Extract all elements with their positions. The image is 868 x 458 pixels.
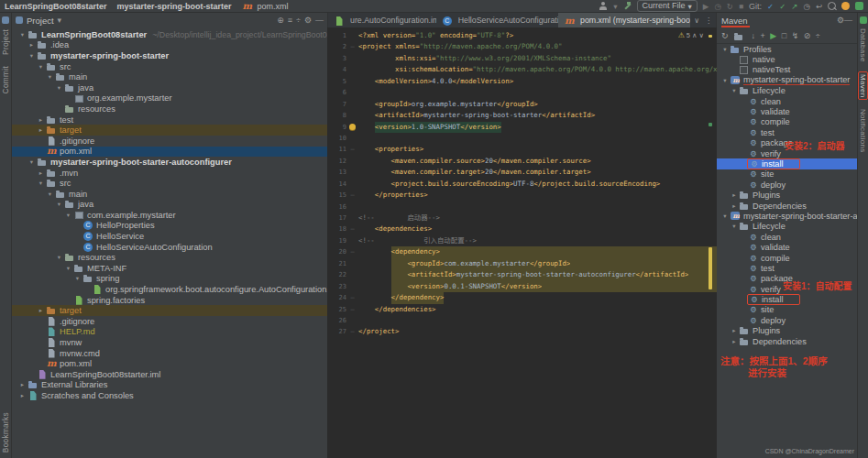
code-line[interactable]: 3 xmlns:xsi="http://www.w3.org/2001/XMLS… (328, 53, 717, 64)
intention-bulb-icon[interactable] (349, 124, 356, 130)
tree-item-mystarter-spring-boot-starter-autoconfigurer[interactable]: ▾mystarter-spring-boot-starter-autoconfi… (12, 157, 327, 168)
tree-item-helloserviceautoconfiguration[interactable]: HelloServiceAutoConfiguration (12, 242, 327, 253)
profiler-icon[interactable]: ◷ (714, 2, 720, 11)
maven-item-mystarter-spring-boot-starter-goal-install[interactable]: ⚙install (717, 158, 857, 169)
tree-chevron-icon[interactable]: ▾ (720, 46, 730, 53)
tree-item-help-md[interactable]: HELP.md (12, 327, 327, 338)
tree-item-resources[interactable]: resources (12, 104, 327, 114)
tree-chevron-icon[interactable]: ▸ (36, 307, 46, 314)
gear-icon[interactable]: ⚙ (304, 16, 312, 25)
tree-chevron-icon[interactable]: ▸ (36, 169, 46, 177)
tree-item-mystarter-spring-boot-starter[interactable]: ▾mystarter-spring-boot-starter (12, 50, 327, 61)
tree-item-pom-xml[interactable]: pom.xml (12, 147, 327, 158)
tree-item-test[interactable]: ▸test (12, 114, 327, 125)
user-icon[interactable] (599, 2, 608, 10)
tree-item-src[interactable]: ▾src (12, 61, 327, 72)
maven-item-profiles[interactable]: ▾Profiles (717, 44, 857, 54)
tree-item-spring[interactable]: ▾spring (12, 274, 327, 285)
code-line[interactable]: 20– <dependency> (328, 246, 717, 257)
code-line[interactable]: 1<?xml version="1.0" encoding="UTF-8"?> (328, 30, 717, 41)
code-line[interactable]: 13 <maven.compiler.target>20</maven.comp… (328, 167, 717, 178)
fold-indicator[interactable]: – (346, 190, 358, 201)
rollback-icon[interactable]: ↩ (816, 2, 822, 11)
tree-item-external-libraries[interactable]: ▸External Libraries (12, 380, 327, 391)
maven-item-mystarter-spring-boot-starter-autoconfigurer-goal-compile[interactable]: ⚙compile (717, 253, 857, 263)
tree-item-mvn[interactable]: ▸.mvn (12, 168, 327, 179)
maven-item-mystarter-spring-boot-starter[interactable]: ▾mystarter-spring-boot-starter (717, 75, 857, 85)
tree-item-mvnw-cmd[interactable]: mvnw.cmd (12, 348, 327, 359)
project-panel-title[interactable]: Project (27, 16, 54, 26)
code-line[interactable]: 10 (328, 133, 717, 144)
code-line[interactable]: 22 <artifactId>mystarter-spring-boot-sta… (328, 269, 717, 280)
maven-item-mystarter-spring-boot-starter-goal-compile[interactable]: ⚙compile (717, 117, 857, 127)
maven-item-profile-nativetest[interactable]: nativeTest (717, 65, 857, 75)
git-commit-icon[interactable]: ✓ (779, 2, 786, 11)
tab-options-icon[interactable]: ⋮ (705, 16, 712, 25)
maven-item-mystarter-spring-boot-starter-autoconfigurer-dependencies[interactable]: ▸Dependencies (717, 336, 857, 346)
maven-item-mystarter-spring-boot-starter-autoconfigurer-goal-site[interactable]: ⚙site (717, 305, 857, 315)
breadcrumb-module[interactable]: mystarter-spring-boot-starter (117, 2, 232, 11)
tree-item-main[interactable]: ▾main (12, 71, 327, 82)
maven-item-mystarter-spring-boot-starter-autoconfigurer-goal-deploy[interactable]: ⚙deploy (717, 315, 857, 325)
checkbox[interactable] (740, 56, 748, 64)
search-icon[interactable] (828, 2, 836, 10)
tree-chevron-icon[interactable]: ▾ (54, 201, 64, 208)
expand-icon[interactable]: ÷ (296, 16, 301, 25)
stripe-tab-notifications[interactable]: Notifications (859, 109, 867, 152)
code-line[interactable]: 6 (328, 87, 717, 98)
tree-item-spring-factories[interactable]: spring.factories (12, 295, 327, 306)
tree-item-scratches-and-consoles[interactable]: ▸Scratches and Consoles (12, 390, 327, 401)
hide-panel-icon[interactable]: — (844, 16, 852, 25)
tree-item-gitignore[interactable]: .gitignore (12, 136, 327, 147)
history-icon[interactable]: ◷ (803, 2, 809, 11)
tree-item-helloservice[interactable]: HelloService (12, 231, 327, 242)
code-line[interactable]: 24– </dependency> (328, 292, 717, 303)
tree-item-java[interactable]: ▾java (12, 82, 327, 93)
tree-item-learnspringboot08starter-iml[interactable]: LearnSpringBoot08starter.iml (12, 369, 327, 380)
fold-indicator[interactable]: – (346, 41, 358, 52)
tree-chevron-icon[interactable]: ▾ (720, 77, 730, 84)
code-line[interactable]: 23 <version>0.0.1-SNAPSHOT</version> (328, 281, 717, 292)
next-warning-icon[interactable]: ∨ (699, 31, 705, 39)
avatar[interactable] (841, 2, 850, 10)
code-line[interactable]: 4 xsi:schemaLocation="http://maven.apach… (328, 64, 717, 75)
inspection-widget[interactable]: ⚠ 5 ∧ ∨ (678, 31, 704, 39)
run-button[interactable]: ▶ (703, 2, 709, 11)
refresh-icon[interactable]: ↻ (721, 31, 729, 40)
tree-item-resources[interactable]: ▾resources (12, 252, 327, 263)
locate-icon[interactable]: ⊕ (277, 16, 284, 25)
maven-item-mystarter-spring-boot-starter-autoconfigurer-goal-install[interactable]: ⚙install (717, 294, 857, 304)
code-line[interactable]: 18– <dependencies> (328, 224, 717, 234)
tree-item-meta-inf[interactable]: ▾META-INF (12, 263, 327, 274)
skip-tests-icon[interactable]: ⊘ (804, 31, 811, 40)
editor-tab-ure-autoconfiguration-imports[interactable]: ure.AutoConfiguration.imports× (328, 13, 436, 27)
tree-chevron-icon[interactable]: ▾ (17, 31, 27, 38)
tree-chevron-icon[interactable]: ▾ (36, 180, 46, 187)
tree-item-com-example-mystarter[interactable]: ▾com.example.mystarter (12, 210, 327, 221)
tree-chevron-icon[interactable]: ▸ (36, 126, 46, 134)
tree-item-src[interactable]: ▾src (12, 178, 327, 189)
tree-item-org-springframework-boot-autoconfigure-autoconfiguration-imports[interactable]: org.springframework.boot.autoconfigure.A… (12, 284, 327, 295)
maven-item-mystarter-spring-boot-starter-autoconfigurer[interactable]: ▾mystarter-spring-boot-starter-autoconfi… (717, 211, 857, 221)
tree-item-helloproperties[interactable]: HelloProperties (12, 221, 327, 232)
download-sources-icon[interactable]: ↓ (752, 31, 756, 40)
fold-indicator[interactable]: – (346, 246, 358, 257)
tree-chevron-icon[interactable]: ▸ (17, 392, 27, 399)
tree-item-idea[interactable]: ▸.idea (12, 40, 327, 51)
stripe-tab-project[interactable]: Project (1, 29, 10, 55)
fold-indicator[interactable]: – (346, 326, 358, 337)
breadcrumb-file[interactable]: pom.xml (242, 2, 289, 11)
code-line[interactable]: 15– </properties> (328, 190, 717, 201)
ide-plugin-icon[interactable] (855, 2, 863, 10)
maven-panel-title[interactable]: Maven (721, 16, 748, 26)
stripe-tab-bookmarks[interactable]: Bookmarks (1, 412, 10, 453)
code-line[interactable]: 16 (328, 202, 717, 213)
git-update-icon[interactable]: ✓ (767, 2, 774, 11)
collapse-icon[interactable]: ÷ (816, 31, 820, 40)
tree-chevron-icon[interactable]: ▾ (54, 84, 64, 92)
tree-chevron-icon[interactable]: ▾ (730, 87, 739, 94)
code-line[interactable]: 8 <artifactId>mystarter-spring-boot-star… (328, 110, 717, 121)
code-line[interactable]: 11– <properties> (328, 144, 717, 155)
tree-item-pom-xml[interactable]: pom.xml (12, 358, 327, 369)
tree-chevron-icon[interactable]: ▾ (730, 223, 739, 230)
